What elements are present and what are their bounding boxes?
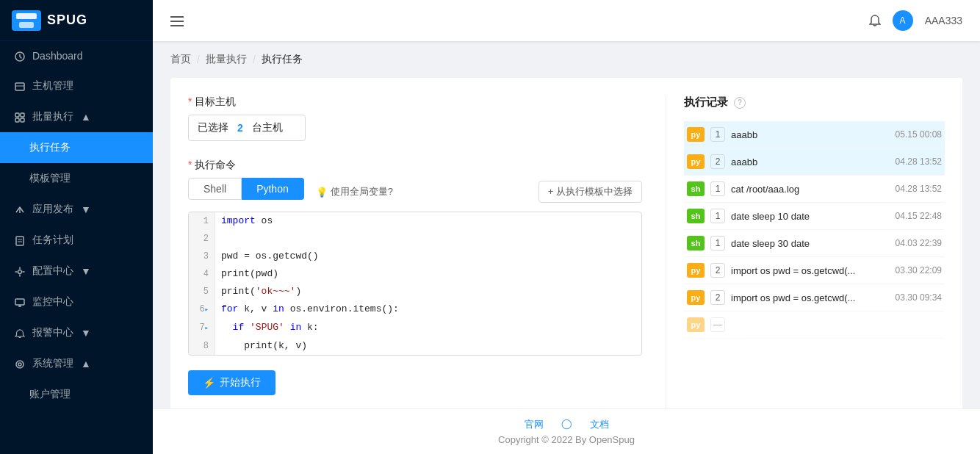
tab-python-button[interactable]: Python [242, 178, 304, 200]
alarm-icon [15, 327, 25, 339]
sidebar-label-config: 配置中心 [32, 264, 73, 278]
record-count: 1 [710, 181, 725, 196]
breadcrumb-home[interactable]: 首页 [170, 53, 191, 66]
host-selected-text: 已选择 [198, 121, 228, 134]
record-item[interactable]: py 2 import os pwd = os.getcwd(... 03.30… [684, 284, 945, 311]
sidebar-item-host-management[interactable]: 主机管理 [0, 71, 153, 101]
exec-button[interactable]: ⚡ 开始执行 [188, 370, 275, 395]
global-var-button[interactable]: 💡 使用全局变量? [316, 185, 393, 198]
sidebar-item-config-center[interactable]: 配置中心 ▼ [0, 256, 153, 287]
sidebar-item-alarm-center[interactable]: 报警中心 ▼ [0, 317, 153, 348]
record-time: 04.15 22:48 [896, 211, 942, 221]
records-list: py 1 aaabb 05.15 00:08 py 2 aaabb 04.28 … [684, 121, 945, 339]
record-item[interactable]: sh 1 cat /root/aaa.log 04.28 13:52 [684, 176, 945, 203]
task-icon [15, 234, 25, 246]
record-name: import os pwd = os.getcwd(... [731, 265, 890, 276]
record-item[interactable]: sh 1 date sleep 10 date 04.15 22:48 [684, 203, 945, 230]
sidebar-label-account: 账户管理 [29, 388, 71, 401]
tab-bar: Shell Python [188, 178, 304, 200]
badge-sh: sh [687, 181, 705, 196]
host-selector[interactable]: 已选择 2 台主机 [188, 115, 306, 141]
svg-rect-14 [15, 299, 24, 305]
code-line-2: 2 [189, 230, 641, 248]
svg-rect-5 [15, 113, 19, 117]
right-panel: 执行记录 ? py 1 aaabb 05.15 00:08 py 2 [666, 96, 945, 408]
header-left [170, 13, 184, 29]
code-editor[interactable]: 1 import os 2 3 pwd = os.getcwd() 4 [188, 212, 642, 356]
sidebar-label-host: 主机管理 [32, 79, 73, 93]
record-count: 1 [710, 236, 725, 251]
badge-py: py [687, 127, 705, 142]
logo-text: SPUG [47, 12, 87, 28]
svg-point-18 [18, 363, 21, 366]
svg-rect-7 [15, 118, 19, 122]
tab-extra: 💡 使用全局变量? [316, 185, 393, 198]
badge-py: py [687, 154, 705, 169]
logo: SPUG [0, 0, 153, 41]
record-item[interactable]: sh 1 date sleep 30 date 04.03 22:39 [684, 230, 945, 257]
command-field-label: * 执行命令 [188, 159, 642, 172]
sidebar-item-template-mgmt[interactable]: 模板管理 [0, 163, 153, 194]
code-line-4: 4 print(pwd) [189, 265, 641, 283]
record-count: 1 [710, 127, 725, 142]
record-item[interactable]: py — [684, 311, 945, 339]
record-time: 05.15 00:08 [896, 129, 942, 140]
tab-shell-button[interactable]: Shell [188, 178, 242, 200]
help-icon[interactable]: ? [734, 97, 746, 109]
badge-py: py [687, 263, 705, 278]
main-card: * 目标主机 已选择 2 台主机 * 执行命令 Shell Python [170, 78, 962, 408]
record-name: aaabb [731, 129, 890, 140]
record-time: 04.28 13:52 [896, 156, 942, 167]
svg-rect-10 [16, 237, 24, 245]
record-name: date sleep 30 date [731, 238, 890, 249]
badge-sh: sh [687, 209, 705, 223]
logo-icon [12, 10, 41, 31]
footer-link-docs[interactable]: 文档 [590, 418, 609, 431]
sidebar-item-account-mgmt[interactable]: 账户管理 [0, 379, 153, 410]
main-content: A AAA333 首页 / 批量执行 / 执行任务 * 目标主机 已选择 2 台… [153, 0, 980, 454]
sidebar-label-monitor: 监控中心 [32, 295, 73, 309]
host-field-label: * 目标主机 [188, 96, 642, 109]
record-time: 03.30 09:34 [896, 292, 942, 303]
sidebar-item-app-deploy[interactable]: 应用发布 ▼ [0, 194, 153, 225]
header: A AAA333 [153, 0, 980, 41]
menu-toggle-button[interactable] [170, 13, 184, 29]
left-panel: * 目标主机 已选择 2 台主机 * 执行命令 Shell Python [188, 96, 642, 408]
footer-link-home[interactable]: 官网 [525, 418, 544, 431]
config-icon [15, 265, 25, 277]
chevron-up-icon2: ▲ [81, 358, 91, 370]
record-item[interactable]: py 1 aaabb 05.15 00:08 [684, 121, 945, 148]
breadcrumb: 首页 / 批量执行 / 执行任务 [170, 53, 962, 66]
sidebar-item-system-mgmt[interactable]: 系统管理 ▲ [0, 348, 153, 379]
sidebar-item-batch-exec[interactable]: 批量执行 ▲ [0, 101, 153, 132]
record-count: — [710, 317, 725, 332]
sidebar-label-deploy: 应用发布 [32, 203, 73, 216]
host-count: 2 [237, 122, 243, 134]
sidebar-label-exec-task: 执行任务 [29, 141, 71, 154]
sidebar-item-monitor-center[interactable]: 监控中心 [0, 287, 153, 317]
record-name: aaabb [731, 156, 890, 167]
record-item[interactable]: py 2 import os pwd = os.getcwd(... 03.30… [684, 257, 945, 284]
sidebar-item-exec-task[interactable]: 执行任务 [0, 132, 153, 163]
record-item[interactable]: py 2 aaabb 04.28 13:52 [684, 148, 945, 176]
breadcrumb-sep1: / [197, 54, 200, 65]
chevron-down-icon: ▼ [81, 203, 91, 215]
dashboard-icon [15, 50, 25, 62]
sidebar-label-task: 任务计划 [32, 234, 73, 247]
batch-icon [15, 111, 25, 123]
sidebar-item-task-plan[interactable]: 任务计划 [0, 225, 153, 256]
record-time: 04.28 13:52 [896, 184, 942, 194]
svg-rect-6 [21, 113, 24, 117]
sidebar-label-template: 模板管理 [29, 172, 71, 185]
sidebar-label-dashboard: Dashboard [32, 50, 83, 62]
template-select-button[interactable]: + 从执行模板中选择 [538, 181, 642, 203]
sidebar-item-dashboard[interactable]: Dashboard [0, 41, 153, 71]
notification-bell-icon[interactable] [869, 14, 881, 28]
badge-sh: sh [687, 236, 705, 251]
footer-link-github[interactable]: ◯ GitHub [561, 418, 572, 431]
code-line-1: 1 import os [189, 212, 641, 230]
header-right: A AAA333 [869, 10, 962, 31]
breadcrumb-batch[interactable]: 批量执行 [206, 53, 247, 66]
system-icon [15, 358, 25, 370]
footer-links: 官网 ◯ GitHub 文档 [162, 418, 971, 431]
